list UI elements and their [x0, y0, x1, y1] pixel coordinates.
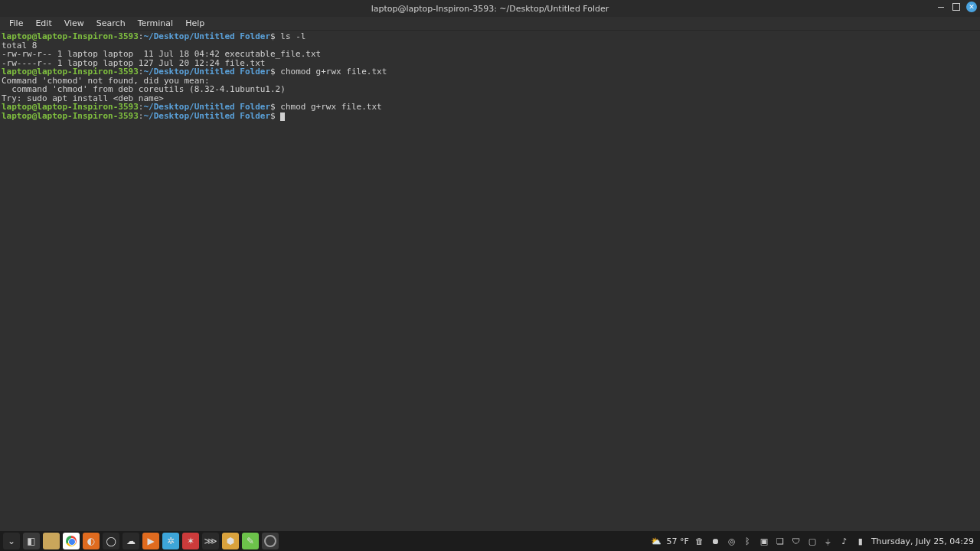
app-launcher-icon[interactable]: ✎: [242, 533, 259, 549]
prompt-symbol: $: [270, 111, 280, 121]
record-icon[interactable]: ⏺: [710, 536, 721, 546]
firefox-launcher-icon[interactable]: ◐: [83, 533, 100, 549]
trash-icon[interactable]: 🗑: [694, 536, 705, 546]
window-close-button[interactable]: [966, 2, 977, 12]
prompt-symbol: $: [270, 31, 280, 41]
obs-tray-icon[interactable]: ◎: [727, 536, 737, 546]
window-controls: [936, 2, 977, 12]
menu-edit[interactable]: Edit: [29, 17, 57, 30]
window-minimize-button[interactable]: [936, 2, 946, 12]
files-launcher-icon[interactable]: [43, 533, 60, 549]
menu-help[interactable]: Help: [179, 17, 211, 30]
terminal-window: laptop@laptop-Inspiron-3593: ~/Desktop/U…: [0, 0, 980, 531]
start-menu-button[interactable]: ⌄: [3, 533, 20, 549]
menu-file[interactable]: File: [3, 17, 29, 30]
window-maximize-button[interactable]: [951, 2, 962, 12]
cmd-chmod: chmod g+rwx file.txt: [280, 102, 381, 112]
prompt-path: ~/Desktop/Untitled Folder: [143, 111, 270, 121]
menu-search[interactable]: Search: [90, 17, 132, 30]
media-launcher-icon[interactable]: ▶: [142, 533, 159, 549]
app-launcher-icon[interactable]: ◯: [103, 533, 119, 549]
window-titlebar[interactable]: laptop@laptop-Inspiron-3593: ~/Desktop/U…: [0, 0, 980, 17]
prompt-userhost: laptop@laptop-Inspiron-3593: [2, 111, 139, 121]
sound-icon[interactable]: ♪: [839, 536, 850, 546]
system-tray: ⛅ 57 °F 🗑 ⏺ ◎ ᛒ ▣ ❏ 🛡 ▢ ⏚ ♪ ▮ Thursday, …: [651, 536, 980, 546]
prompt-path: ~/Desktop/Untitled Folder: [143, 31, 270, 41]
taskbar-launchers: ⌄ ◧ ◐ ◯ ☁ ▶ ✲ ✶ ⋙ ⬢ ✎: [0, 533, 279, 549]
cmd-chomod: chomod g+rwx file.txt: [280, 67, 387, 77]
terminal-cursor: [280, 112, 285, 121]
menu-terminal[interactable]: Terminal: [132, 17, 180, 30]
app-launcher-icon[interactable]: ⬢: [222, 533, 239, 549]
app-launcher-icon[interactable]: ⋙: [202, 533, 219, 549]
menu-view[interactable]: View: [58, 17, 90, 30]
weather-icon[interactable]: ⛅: [651, 536, 662, 546]
battery-icon[interactable]: ▮: [855, 536, 866, 546]
clock[interactable]: Thursday, July 25, 04:29: [871, 536, 974, 546]
cmd-ls: ls -l: [280, 31, 305, 41]
steam-launcher-icon[interactable]: ☁: [122, 533, 139, 549]
bluetooth-icon[interactable]: ᛒ: [743, 536, 753, 546]
tray-app-icon[interactable]: ▣: [759, 536, 769, 546]
mint-menu-icon[interactable]: [262, 533, 279, 549]
app-launcher-icon[interactable]: ✲: [162, 533, 179, 549]
menubar: File Edit View Search Terminal Help: [0, 17, 980, 31]
tray-app-icon[interactable]: ▢: [807, 536, 818, 546]
network-icon[interactable]: ⏚: [823, 536, 834, 546]
chrome-launcher-icon[interactable]: [63, 533, 80, 549]
taskbar: ⌄ ◧ ◐ ◯ ☁ ▶ ✲ ✶ ⋙ ⬢ ✎ ⛅ 57 °F 🗑 ⏺ ◎ ᛒ ▣ …: [0, 531, 980, 551]
window-title: laptop@laptop-Inspiron-3593: ~/Desktop/U…: [371, 4, 609, 14]
tray-app-icon[interactable]: ❏: [775, 536, 786, 546]
updates-icon[interactable]: 🛡: [791, 536, 802, 546]
show-desktop-button[interactable]: ◧: [23, 533, 40, 549]
prompt-symbol: $: [270, 67, 280, 77]
app-launcher-icon[interactable]: ✶: [182, 533, 199, 549]
terminal-body[interactable]: laptop@laptop-Inspiron-3593:~/Desktop/Un…: [0, 31, 980, 531]
weather-temp[interactable]: 57 °F: [667, 536, 689, 546]
